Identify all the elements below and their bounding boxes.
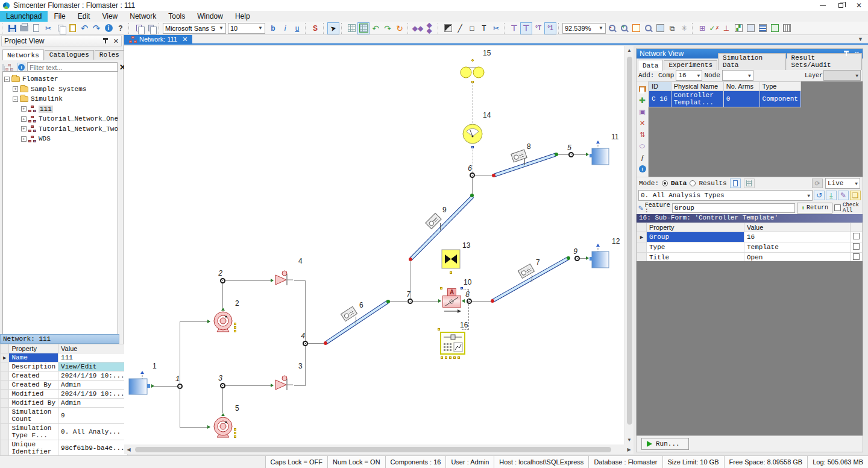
component-15-gauge-pair[interactable] xyxy=(459,65,486,81)
reservoir-12[interactable] xyxy=(590,244,610,271)
restore-button[interactable] xyxy=(832,1,850,11)
layer-combo[interactable]: ▼ xyxy=(823,70,861,81)
expand-icon[interactable]: + xyxy=(21,116,27,122)
pin-panel-icon[interactable] xyxy=(844,51,849,57)
zoom-full-icon[interactable]: ⧉ xyxy=(666,22,678,34)
scroll-right-icon[interactable]: ▶ xyxy=(624,445,634,454)
info-icon[interactable]: i xyxy=(638,164,647,174)
check-all-checkbox[interactable] xyxy=(834,204,841,211)
tree-item-tutorial-network-one[interactable]: + Tutorial_Network_One xyxy=(4,115,116,123)
tab-catalogues[interactable]: Catalogues xyxy=(45,50,94,60)
line-icon[interactable]: ╱ xyxy=(454,22,466,34)
print-icon[interactable] xyxy=(18,22,30,34)
form-view-icon[interactable] xyxy=(744,22,756,34)
menu-network[interactable]: Network xyxy=(124,11,162,22)
font-color-icon[interactable]: S xyxy=(309,22,321,34)
ellipse-icon[interactable]: ⬭ xyxy=(638,141,647,151)
add-selection-icon[interactable]: ✚ xyxy=(638,95,647,105)
delete-selection-icon[interactable]: ✕ xyxy=(638,118,647,128)
tree-item-sample-systems[interactable]: + Sample Systems xyxy=(4,86,116,93)
pump-2[interactable] xyxy=(211,310,235,337)
refresh-icon[interactable]: ⟳ xyxy=(812,179,823,188)
menu-help[interactable]: Help xyxy=(229,11,256,22)
pump-5[interactable] xyxy=(211,416,235,443)
row-checkbox[interactable] xyxy=(853,253,860,260)
align-vertical-icon[interactable]: ◆◆ xyxy=(424,22,436,34)
mode-data-radio[interactable] xyxy=(662,180,668,186)
node-combo[interactable]: ▼ xyxy=(722,70,753,81)
layers-icon[interactable] xyxy=(145,22,157,34)
return-button[interactable]: ⬆Return xyxy=(797,203,832,213)
mode-results-radio[interactable] xyxy=(690,180,696,186)
scroll-left-icon[interactable]: ◀ xyxy=(124,445,133,454)
tree-item-tutorial-network-two[interactable]: + Tutorial_Network_Two xyxy=(4,125,116,133)
tab-simulation-data[interactable]: Simulation Data xyxy=(718,53,786,70)
reservoir-11[interactable] xyxy=(590,141,610,168)
menu-file[interactable]: File xyxy=(48,11,71,22)
expand-icon[interactable]: + xyxy=(21,126,27,131)
node-3[interactable] xyxy=(220,383,225,388)
function-icon[interactable]: f xyxy=(638,153,647,162)
run-button[interactable]: Run... xyxy=(641,438,689,450)
menu-launchpad[interactable]: Launchpad xyxy=(0,11,48,22)
analysis-type-combo[interactable]: 0. All Analysis Types▼ xyxy=(638,190,813,201)
node-9[interactable] xyxy=(574,256,580,261)
table-row[interactable]: Simulation Type F...0. All Analy... xyxy=(1,424,128,440)
scroll-down-icon[interactable]: ▼ xyxy=(625,435,634,444)
validate-network-icon[interactable]: ✓✗ xyxy=(708,22,720,34)
underline-icon[interactable]: u xyxy=(291,22,303,34)
pan-hand-icon[interactable]: ✳ xyxy=(678,22,690,34)
text-icon[interactable]: T xyxy=(478,22,490,34)
expand-icon[interactable]: + xyxy=(21,106,27,112)
data-store-icon[interactable] xyxy=(769,22,781,34)
snap-grid-icon[interactable] xyxy=(357,22,370,34)
row-checkbox[interactable] xyxy=(853,233,860,239)
tab-networks[interactable]: Networks xyxy=(2,49,44,60)
info-icon[interactable]: i xyxy=(102,22,115,34)
rectangle-icon[interactable]: □ xyxy=(466,22,478,34)
sync-icon[interactable]: ↺ xyxy=(814,191,825,200)
import-icon[interactable]: ⤓ xyxy=(826,191,837,200)
close-panel-icon[interactable]: ✕ xyxy=(113,37,119,45)
tile-windows-icon[interactable]: ⊞ xyxy=(696,22,708,34)
pin-text-icon[interactable]: °T xyxy=(532,22,544,34)
tree-item-wds[interactable]: + WDS xyxy=(4,135,116,143)
rotate-icon[interactable]: ↻ xyxy=(394,22,406,34)
font-size-combo[interactable]: 10▼ xyxy=(228,23,265,34)
table-row[interactable]: Created2024/1/19 10:... xyxy=(1,372,128,381)
rotate-right-icon[interactable]: ↷ xyxy=(382,22,394,34)
schedule-icon[interactable] xyxy=(756,22,769,34)
flow-meter-6[interactable] xyxy=(341,306,357,322)
table-row[interactable]: Created ByAdmin xyxy=(1,381,128,390)
pointer-icon[interactable]: ➤ xyxy=(327,22,339,34)
italic-icon[interactable]: i xyxy=(279,22,291,34)
horizontal-scrollbar[interactable]: ◀ ▶ xyxy=(124,444,634,454)
results-chart-icon[interactable]: ▞ xyxy=(732,22,744,34)
node-8[interactable] xyxy=(467,299,472,304)
component-14-gauge[interactable] xyxy=(462,123,483,147)
minimize-button[interactable] xyxy=(814,1,832,11)
pin-icon[interactable]: ⊤ xyxy=(508,22,520,34)
tree-item-111[interactable]: + 111 xyxy=(4,106,116,113)
swap-icon[interactable]: ⇅ xyxy=(638,130,647,139)
tree-item-flomaster[interactable]: − Flomaster xyxy=(4,75,116,83)
report-icon[interactable] xyxy=(781,22,793,34)
undo-icon[interactable]: ↶ xyxy=(78,22,90,34)
pin-panel-icon[interactable] xyxy=(103,38,108,45)
table-row[interactable]: Type Template xyxy=(637,242,863,253)
vertical-scrollbar[interactable]: ▲ ▼ xyxy=(624,46,634,444)
bold-icon[interactable]: b xyxy=(267,22,279,34)
comp-combo[interactable]: 16▼ xyxy=(676,70,702,81)
close-button[interactable]: ✕ xyxy=(850,1,868,11)
check-valve-4[interactable] xyxy=(274,269,295,288)
scroll-up-icon[interactable]: ▲ xyxy=(625,46,634,55)
node-4[interactable] xyxy=(303,341,308,346)
table-row[interactable]: Unique Identifier98cf61b9-ba4e... xyxy=(1,440,128,457)
zoom-in-icon[interactable]: + xyxy=(618,22,630,34)
expand-icon[interactable]: + xyxy=(21,136,27,142)
tab-roles[interactable]: Roles xyxy=(95,50,124,60)
copy-icon[interactable] xyxy=(54,22,66,34)
feature-input[interactable] xyxy=(672,203,795,213)
table-row[interactable]: Modified2024/1/19 10:... xyxy=(1,390,128,399)
align-horizontal-icon[interactable]: ◆◆ xyxy=(412,22,424,34)
